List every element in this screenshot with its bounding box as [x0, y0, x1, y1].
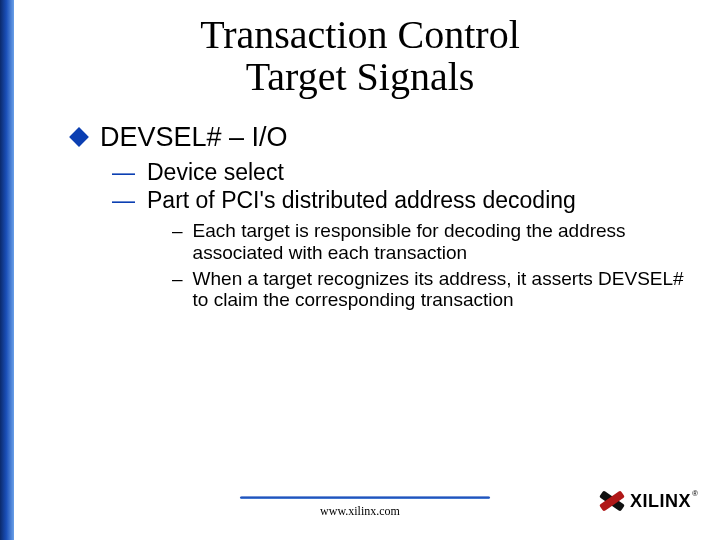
bullet-level-2: — Device select — [112, 159, 700, 185]
level-3-group: – Each target is responsible for decodin… — [172, 220, 700, 311]
title-line-2: Target Signals — [0, 56, 720, 98]
bullet-level-1: DEVSEL# – I/O — [72, 122, 700, 153]
dash-bullet-icon: — — [112, 159, 135, 185]
bullet-l2-text: Device select — [147, 159, 284, 185]
slide-title: Transaction Control Target Signals — [0, 14, 720, 98]
bullet-l3-text: When a target recognizes its address, it… — [193, 268, 700, 312]
registered-trademark-icon: ® — [692, 489, 698, 498]
bullet-l2-text: Part of PCI's distributed address decodi… — [147, 187, 576, 213]
slide-footer: www.xilinx.com XILINX ® — [0, 490, 720, 530]
bullet-level-3: – When a target recognizes its address, … — [172, 268, 700, 312]
endash-bullet-icon: – — [172, 220, 183, 242]
bullet-level-2: — Part of PCI's distributed address deco… — [112, 187, 700, 213]
bullet-l1-text: DEVSEL# – I/O — [100, 122, 288, 153]
endash-bullet-icon: – — [172, 268, 183, 290]
xilinx-wordmark: XILINX — [630, 491, 691, 512]
dash-bullet-icon: — — [112, 187, 135, 213]
diamond-bullet-icon — [69, 127, 89, 147]
xilinx-logo: XILINX ® — [600, 490, 698, 512]
level-2-group: — Device select — Part of PCI's distribu… — [112, 159, 700, 311]
xilinx-x-icon — [600, 490, 624, 512]
title-line-1: Transaction Control — [0, 14, 720, 56]
bullet-l3-text: Each target is responsible for decoding … — [193, 220, 700, 264]
footer-divider — [240, 496, 490, 499]
slide-body: DEVSEL# – I/O — Device select — Part of … — [72, 122, 700, 315]
bullet-level-3: – Each target is responsible for decodin… — [172, 220, 700, 264]
